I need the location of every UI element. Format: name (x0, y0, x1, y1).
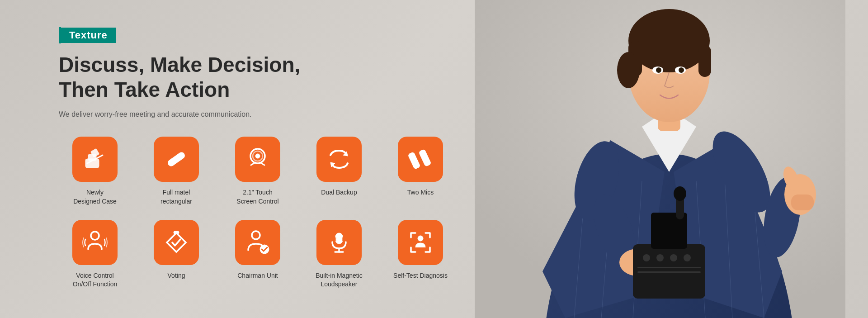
frame-person-icon (407, 229, 434, 256)
voting-label: Voting (168, 271, 185, 280)
svg-rect-38 (637, 271, 701, 273)
svg-line-48 (260, 162, 264, 165)
chairman-unit-icon-box (235, 220, 280, 265)
svg-point-15 (617, 52, 640, 88)
voice-control-icon-box (72, 220, 118, 265)
svg-point-19 (656, 67, 661, 73)
newly-designed-case-label: NewlyDesigned Case (73, 188, 117, 206)
svg-point-34 (656, 254, 664, 261)
feature-item-touch-screen: 2.1" TouchScreen Control (222, 137, 294, 206)
self-test-icon-box (398, 220, 443, 265)
chairman-unit-label: Chairman Unit (237, 271, 278, 280)
full-matel-icon-box (154, 137, 199, 182)
feature-item-voting: Voting (140, 220, 212, 289)
svg-line-47 (251, 162, 255, 165)
microphone-icon (326, 229, 352, 256)
svg-rect-57 (335, 233, 343, 244)
voice-icon (82, 229, 108, 256)
svg-point-35 (670, 254, 677, 261)
svg-point-60 (418, 236, 423, 241)
feature-item-dual-backup: Dual Backup (303, 137, 375, 206)
newly-designed-case-icon-box (72, 137, 118, 182)
svg-rect-25 (791, 195, 814, 210)
texture-badge: Texture (59, 27, 116, 43)
two-mics-icon-box (398, 137, 443, 182)
voice-control-label: Voice ControlOn/Off Function (73, 271, 118, 289)
loudspeaker-icon-box (316, 220, 362, 265)
diagonal-bar-icon (163, 146, 189, 172)
touch-screen-label: 2.1" TouchScreen Control (236, 188, 278, 206)
svg-point-32 (674, 186, 686, 201)
feature-item-two-mics: Two Mics (384, 137, 457, 206)
svg-rect-16 (698, 45, 711, 77)
svg-point-33 (643, 254, 650, 261)
svg-rect-54 (174, 231, 179, 234)
feature-item-newly-designed-case: NewlyDesigned Case (59, 137, 131, 206)
svg-point-45 (255, 154, 260, 158)
arrows-icon (326, 146, 352, 172)
svg-rect-37 (637, 267, 701, 268)
pencil-two-icon (407, 146, 434, 172)
features-grid: NewlyDesigned Case Full matelrectangular (59, 137, 448, 289)
case-icon (82, 146, 108, 172)
dual-backup-icon-box (316, 137, 362, 182)
full-matel-label: Full matelrectangular (160, 188, 192, 206)
two-mics-label: Two Mics (407, 188, 434, 197)
person-check-icon (245, 229, 271, 256)
main-title: Discuss, Make Decision, Then Take Action (59, 52, 448, 102)
touch-icon (245, 146, 271, 172)
voting-icon (163, 229, 189, 256)
svg-rect-43 (167, 152, 186, 168)
feature-item-full-matel: Full matelrectangular (140, 137, 212, 206)
svg-point-20 (679, 67, 684, 73)
svg-rect-51 (408, 152, 420, 170)
feature-item-loudspeaker: Built-in MagneticLoudspeaker (303, 220, 375, 289)
content-area: Texture Discuss, Make Decision, Then Tak… (59, 27, 448, 289)
subtitle: We deliver worry-free meeting and accura… (59, 110, 448, 119)
svg-point-36 (684, 254, 691, 261)
person-illustration (475, 0, 845, 318)
feature-item-voice-control: Voice ControlOn/Off Function (59, 220, 131, 289)
texture-label: Texture (61, 28, 116, 43)
feature-item-self-test: Self-Test Diagnosis (384, 220, 457, 289)
feature-item-chairman-unit: Chairman Unit (222, 220, 294, 289)
svg-point-53 (91, 232, 99, 240)
dual-backup-label: Dual Backup (321, 188, 357, 197)
person-area (461, 0, 868, 318)
loudspeaker-label: Built-in MagneticLoudspeaker (316, 271, 363, 289)
svg-point-55 (252, 231, 260, 239)
touch-screen-icon-box (235, 137, 280, 182)
self-test-label: Self-Test Diagnosis (393, 271, 448, 280)
voting-icon-box (154, 220, 199, 265)
svg-rect-52 (419, 149, 431, 167)
